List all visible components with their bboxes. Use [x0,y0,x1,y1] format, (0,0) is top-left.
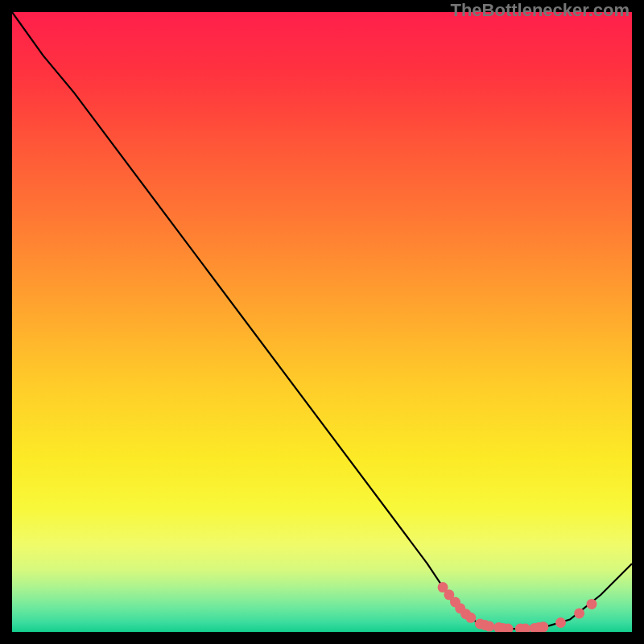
marker-dot [484,621,494,632]
marker-dot [555,617,566,628]
bottleneck-chart [12,12,632,632]
marker-dot [538,621,548,632]
marker-dot [465,613,476,623]
marker-dot [587,599,597,609]
attribution-label: TheBottlenecker.com [450,0,630,21]
marker-dot [574,608,584,618]
gradient-background [12,12,632,632]
